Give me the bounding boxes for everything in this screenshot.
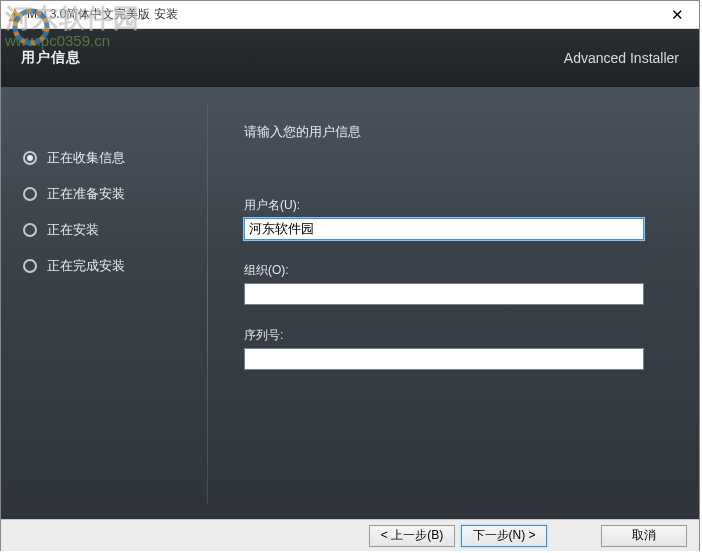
username-input[interactable]: [244, 218, 644, 240]
close-button[interactable]: ✕: [655, 1, 699, 29]
radio-icon: [23, 187, 37, 201]
serial-input[interactable]: [244, 348, 644, 370]
cancel-button[interactable]: 取消: [601, 525, 687, 547]
titlebar: Moi 3.0简体中文完美版 安装 ✕: [1, 1, 699, 29]
close-icon: ✕: [671, 6, 684, 24]
username-label: 用户名(U):: [244, 197, 663, 214]
svg-rect-0: [14, 13, 16, 17]
field-username: 用户名(U):: [244, 197, 663, 240]
next-button[interactable]: 下一步(N) >: [461, 525, 547, 547]
installer-window: Moi 3.0简体中文完美版 安装 ✕ 河东软件园 www.pc0359.cn …: [0, 0, 700, 551]
organization-input[interactable]: [244, 283, 644, 305]
back-button[interactable]: < 上一步(B): [369, 525, 455, 547]
radio-icon: [23, 259, 37, 273]
footer: < 上一步(B) 下一步(N) > 取消: [1, 519, 699, 551]
radio-icon: [23, 151, 37, 165]
step-label: 正在准备安装: [47, 185, 125, 203]
step-collecting-info: 正在收集信息: [23, 149, 207, 167]
page-title: 用户信息: [21, 49, 81, 67]
body: 正在收集信息 正在准备安装 正在安装 正在完成安装 请输入您的用户信息 用户名(…: [1, 87, 699, 519]
field-organization: 组织(O):: [244, 262, 663, 305]
svg-rect-1: [14, 18, 16, 20]
step-preparing-install: 正在准备安装: [23, 185, 207, 203]
organization-label: 组织(O):: [244, 262, 663, 279]
step-completing: 正在完成安装: [23, 257, 207, 275]
main-panel: 请输入您的用户信息 用户名(U): 组织(O): 序列号:: [208, 87, 699, 519]
window-title: Moi 3.0简体中文完美版 安装: [27, 6, 178, 23]
sidebar: 正在收集信息 正在准备安装 正在安装 正在完成安装: [1, 87, 207, 519]
instruction-text: 请输入您的用户信息: [244, 123, 663, 141]
radio-icon: [23, 223, 37, 237]
step-label: 正在安装: [47, 221, 99, 239]
serial-label: 序列号:: [244, 327, 663, 344]
titlebar-left: Moi 3.0简体中文完美版 安装: [7, 6, 178, 23]
field-serial: 序列号:: [244, 327, 663, 370]
brand-label: Advanced Installer: [564, 50, 679, 66]
step-label: 正在收集信息: [47, 149, 125, 167]
step-installing: 正在安装: [23, 221, 207, 239]
header: 用户信息 Advanced Installer: [1, 29, 699, 87]
step-label: 正在完成安装: [47, 257, 125, 275]
app-icon: [7, 7, 23, 23]
